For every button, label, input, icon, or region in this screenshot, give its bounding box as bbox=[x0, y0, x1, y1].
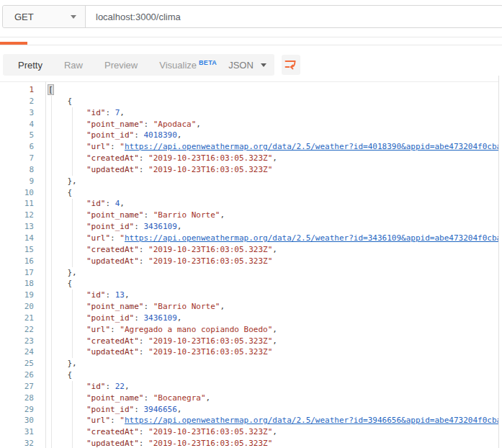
code-text: "updatedAt": "2019-10-23T16:03:05.323Z" bbox=[48, 256, 272, 267]
json-key: "url" bbox=[48, 233, 110, 243]
json-token: : bbox=[134, 222, 143, 231]
line-number: 30 bbox=[0, 415, 34, 426]
line-number: 23 bbox=[0, 336, 34, 347]
code-text: "url": "https://api.openweathermap.org/d… bbox=[48, 233, 498, 244]
code-text: "id": 22, bbox=[48, 381, 130, 393]
json-key: "id" bbox=[48, 382, 105, 391]
method-select[interactable]: GET bbox=[3, 6, 86, 27]
code-line: 1[ bbox=[0, 84, 498, 96]
json-key: "point_name" bbox=[48, 393, 143, 403]
code-line: 22 "url": "Agregado a mano copiando Boed… bbox=[0, 324, 498, 336]
url-value: localhost:3000/clima bbox=[96, 12, 181, 22]
json-token: 3436109 bbox=[143, 222, 176, 231]
url-link[interactable]: https://api.openweathermap.org/data/2.5/… bbox=[125, 142, 498, 151]
line-number: 15 bbox=[0, 244, 34, 256]
line-number: 29 bbox=[0, 404, 34, 416]
code-line: 6 "url": "https://api.openweathermap.org… bbox=[0, 141, 498, 153]
line-number: 8 bbox=[0, 164, 34, 176]
code-text: "point_id": 4018390, bbox=[48, 130, 181, 141]
line-number: 22 bbox=[0, 324, 34, 336]
code-line: 19 "id": 13, bbox=[0, 290, 498, 301]
json-token: "2019-10-23T16:03:05.323Z" bbox=[148, 245, 272, 254]
json-token: "Apodaca" bbox=[153, 120, 197, 129]
json-token: , bbox=[125, 382, 130, 391]
line-number: 24 bbox=[0, 346, 34, 358]
code-text: "updatedAt": "2019-10-23T16:03:05.323Z" bbox=[48, 164, 272, 176]
tab-visualize[interactable]: VisualizeBETA bbox=[148, 59, 228, 71]
code-line: 17 }, bbox=[0, 267, 498, 279]
json-token: "2019-10-23T16:03:05.323Z" bbox=[148, 439, 272, 448]
line-number: 19 bbox=[0, 290, 34, 301]
json-token: : bbox=[139, 165, 148, 174]
json-token: , bbox=[120, 199, 125, 208]
json-token: : bbox=[110, 142, 120, 151]
json-token: , bbox=[177, 313, 182, 323]
code-line: 5 "point_id": 4018390, bbox=[0, 130, 498, 141]
code-line: 26 { bbox=[0, 369, 498, 381]
code-line: 12 "point_name": "Barrio Norte", bbox=[0, 210, 498, 221]
json-token: : bbox=[134, 405, 143, 414]
json-key: "point_id" bbox=[48, 405, 134, 414]
json-token: "2019-10-23T16:03:05.323Z" bbox=[148, 427, 272, 436]
wrap-text-icon bbox=[284, 59, 297, 71]
wrap-text-button[interactable] bbox=[282, 55, 300, 75]
code-line: 8 "updatedAt": "2019-10-23T16:03:05.323Z… bbox=[0, 164, 498, 176]
json-token: , bbox=[196, 120, 201, 129]
code-line: 10 { bbox=[0, 187, 498, 199]
json-token: : bbox=[110, 416, 120, 425]
json-token: , bbox=[272, 153, 277, 163]
json-token: }, bbox=[48, 268, 77, 277]
method-label: GET bbox=[14, 12, 34, 22]
code-line: 4 "point_name": "Apodaca", bbox=[0, 119, 498, 130]
code-text: "point_id": 3946656, bbox=[48, 404, 181, 416]
code-line: 2 { bbox=[0, 96, 498, 107]
url-input[interactable]: localhost:3000/clima bbox=[86, 6, 502, 27]
response-body-editor[interactable]: 1[2 {3 "id": 7,4 "point_name": "Apodaca"… bbox=[0, 81, 498, 448]
json-token: 3436109 bbox=[143, 313, 176, 323]
code-text: "point_id": 3436109, bbox=[48, 221, 181, 233]
json-token: 3946656 bbox=[143, 405, 176, 414]
indent-guide bbox=[72, 107, 73, 176]
json-key: "updatedAt" bbox=[48, 439, 139, 448]
tab-pretty[interactable]: Pretty bbox=[7, 60, 53, 71]
code-lines: 1[2 {3 "id": 7,4 "point_name": "Apodaca"… bbox=[0, 84, 498, 448]
url-link[interactable]: https://api.openweathermap.org/data/2.5/… bbox=[125, 416, 498, 425]
json-token: "2019-10-23T16:03:05.323Z" bbox=[148, 165, 272, 174]
code-text: "id": 4, bbox=[48, 198, 125, 210]
json-key: "url" bbox=[48, 416, 110, 425]
code-text: "createdAt": "2019-10-23T16:03:05.323Z", bbox=[48, 153, 277, 164]
json-key: "id" bbox=[48, 108, 105, 117]
json-key: "id" bbox=[48, 199, 105, 208]
json-token: , bbox=[120, 108, 125, 117]
json-token: , bbox=[272, 245, 277, 254]
json-token: 4018390 bbox=[143, 130, 176, 140]
json-token: "2019-10-23T16:03:05.323Z" bbox=[148, 256, 272, 266]
tab-preview[interactable]: Preview bbox=[94, 60, 148, 71]
code-line: 7 "createdAt": "2019-10-23T16:03:05.323Z… bbox=[0, 153, 498, 164]
json-token: "2019-10-23T16:03:05.323Z" bbox=[148, 347, 272, 357]
json-token: , bbox=[272, 427, 277, 436]
json-token: "Barrio Norte" bbox=[153, 210, 220, 220]
json-token: : bbox=[139, 245, 148, 254]
json-token: , bbox=[177, 130, 182, 140]
json-token: : bbox=[105, 290, 115, 300]
json-token: : bbox=[143, 302, 153, 311]
code-text: }, bbox=[48, 358, 77, 369]
line-number: 16 bbox=[0, 256, 34, 267]
chevron-down-icon bbox=[71, 15, 76, 19]
code-line: 25 }, bbox=[0, 358, 498, 369]
code-text: "point_name": "Barrio Norte", bbox=[48, 210, 225, 221]
code-text: }, bbox=[48, 176, 77, 187]
code-text: "id": 7, bbox=[48, 107, 125, 119]
language-select[interactable]: JSON bbox=[220, 54, 274, 76]
json-token: " bbox=[120, 233, 125, 243]
json-token: , bbox=[220, 302, 225, 311]
code-text: "point_name": "Apodaca", bbox=[48, 119, 201, 130]
code-line: 15 "createdAt": "2019-10-23T16:03:05.323… bbox=[0, 244, 498, 256]
line-number: 25 bbox=[0, 358, 34, 369]
json-key: "updatedAt" bbox=[48, 165, 139, 174]
request-url-container: GET localhost:3000/clima bbox=[2, 5, 502, 28]
url-link[interactable]: https://api.openweathermap.org/data/2.5/… bbox=[125, 233, 498, 243]
tab-raw[interactable]: Raw bbox=[53, 60, 94, 71]
code-line: 21 "point_id": 3436109, bbox=[0, 313, 498, 324]
